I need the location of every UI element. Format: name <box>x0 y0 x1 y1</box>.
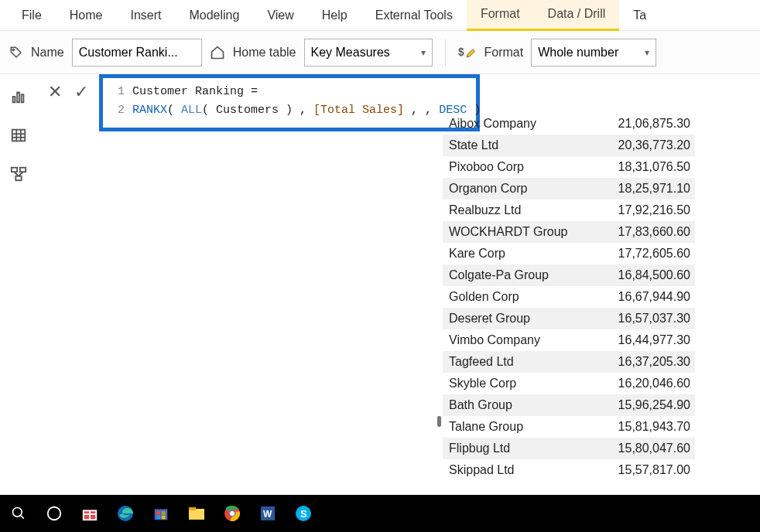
svg-rect-24 <box>157 511 161 515</box>
svg-rect-26 <box>157 516 161 520</box>
word-icon[interactable]: W <box>257 503 279 524</box>
dax-field: [Total Sales] <box>313 104 404 117</box>
table-row[interactable]: Flipbug Ltd15,80,047.60 <box>443 438 695 459</box>
customer-name: Flipbug Ltd <box>443 442 605 455</box>
table-row[interactable]: Kare Corp17,72,605.60 <box>443 243 695 264</box>
table-row[interactable]: Pixoboo Corp18,31,076.50 <box>443 156 695 178</box>
ribbon-tab-insert[interactable]: Insert <box>116 0 175 31</box>
skype-icon[interactable]: S <box>293 503 314 524</box>
ribbon-tab-format[interactable]: Format <box>467 0 534 31</box>
customer-name: Tagfeed Ltd <box>443 355 605 369</box>
table-row[interactable]: Tagfeed Ltd16,37,205.30 <box>443 351 695 373</box>
customer-name: State Ltd <box>443 138 605 152</box>
sales-value: 17,83,660.60 <box>605 225 695 239</box>
svg-line-16 <box>21 516 24 519</box>
sales-value: 16,57,037.30 <box>605 312 695 326</box>
model-view-icon[interactable] <box>10 165 27 182</box>
svg-text:$: $ <box>458 46 464 58</box>
gift-icon[interactable] <box>79 503 101 524</box>
customer-name: Aibox Company <box>443 117 605 131</box>
home-table-value: Key Measures <box>311 46 390 60</box>
table-row[interactable]: Vimbo Company16,44,977.30 <box>443 329 695 351</box>
svg-rect-29 <box>189 507 196 510</box>
ribbon-tab-help[interactable]: Help <box>308 0 361 31</box>
report-canvas: ✕ ✓ 1Customer Ranking = 2RANKX( ALL( Cus… <box>37 74 760 495</box>
line-number: 1 <box>112 83 125 101</box>
svg-rect-4 <box>22 94 24 102</box>
sales-value: 15,96,254.90 <box>605 398 695 412</box>
svg-rect-11 <box>20 168 26 172</box>
data-view-icon[interactable] <box>10 127 27 144</box>
customer-name: Organon Corp <box>443 182 605 196</box>
scrollbar-thumb[interactable] <box>437 416 441 427</box>
ribbon-tab-view[interactable]: View <box>253 0 307 31</box>
sales-value: 18,25,971.10 <box>605 182 695 196</box>
sales-value: 15,80,047.60 <box>605 442 695 455</box>
edge-icon[interactable] <box>115 503 136 524</box>
sales-value: 20,36,773.20 <box>605 138 695 152</box>
sales-value: 15,57,817.00 <box>605 463 695 477</box>
svg-point-17 <box>48 507 61 520</box>
formula-commit-icon[interactable]: ✓ <box>74 82 88 102</box>
ribbon-tab-data-drill[interactable]: Data / Drill <box>534 0 620 31</box>
table-row[interactable]: Colgate-Pa Group16,84,500.60 <box>443 264 695 286</box>
format-value: Whole number <box>538 46 618 60</box>
sales-value: 17,92,216.50 <box>605 203 695 217</box>
cortana-icon[interactable] <box>43 503 65 524</box>
chevron-down-icon: ▾ <box>421 47 426 58</box>
table-row[interactable]: Skippad Ltd15,57,817.00 <box>443 459 695 481</box>
svg-point-15 <box>13 508 22 517</box>
home-table-select[interactable]: Key Measures ▾ <box>304 39 433 66</box>
customer-name: Pixoboo Corp <box>443 160 605 174</box>
customer-name: Deseret Group <box>443 312 605 326</box>
sales-value: 21,06,875.30 <box>605 117 695 131</box>
sales-value: 15,81,943.70 <box>605 420 695 434</box>
args: ( Customers ) , <box>202 104 313 117</box>
customer-name: Vimbo Company <box>443 333 605 347</box>
sales-value: 16,44,977.30 <box>605 333 695 347</box>
store-icon[interactable] <box>150 503 172 524</box>
table-row[interactable]: WOCKHARDT Group17,83,660.60 <box>443 221 695 243</box>
svg-rect-12 <box>15 176 21 181</box>
ribbon-tab-modeling[interactable]: Modeling <box>175 0 253 31</box>
table-row[interactable]: Golden Corp16,67,944.90 <box>443 286 695 308</box>
table-row[interactable]: Skyble Corp16,20,046.60 <box>443 373 695 394</box>
table-row[interactable]: Organon Corp18,25,971.10 <box>443 178 695 200</box>
customer-name: Bath Group <box>443 398 605 412</box>
format-select[interactable]: Whole number ▾ <box>531 39 656 66</box>
ribbon-tab-file[interactable]: File <box>8 0 56 31</box>
svg-point-0 <box>12 49 14 50</box>
customer-name: Skippad Ltd <box>443 463 605 477</box>
svg-rect-3 <box>17 93 19 103</box>
formula-cancel-icon[interactable]: ✕ <box>48 82 62 102</box>
svg-rect-27 <box>162 516 166 520</box>
ribbon-tab-ta[interactable]: Ta <box>619 0 660 31</box>
format-label: Format <box>484 46 524 60</box>
explorer-icon[interactable] <box>186 503 207 524</box>
table-row[interactable]: Deseret Group16,57,037.30 <box>443 308 695 329</box>
separator <box>445 39 446 66</box>
home-table-label: Home table <box>233 46 296 60</box>
table-row[interactable]: Aibox Company21,06,875.30 <box>443 113 695 135</box>
table-row[interactable]: Talane Group15,81,943.70 <box>443 416 695 438</box>
svg-rect-25 <box>162 511 166 515</box>
svg-point-32 <box>230 511 235 516</box>
table-row[interactable]: Realbuzz Ltd17,92,216.50 <box>443 200 695 221</box>
customer-name: Skyble Corp <box>443 377 605 390</box>
ribbon-tab-external-tools[interactable]: External Tools <box>361 0 467 31</box>
sales-value: 16,84,500.60 <box>605 268 695 282</box>
svg-rect-28 <box>189 509 204 520</box>
table-row[interactable]: Bath Group15,96,254.90 <box>443 394 695 416</box>
dax-fn: RANKX <box>132 104 167 117</box>
customer-name: Kare Corp <box>443 247 605 261</box>
chevron-down-icon: ▾ <box>645 47 649 58</box>
svg-rect-5 <box>12 130 26 142</box>
search-icon[interactable] <box>8 503 29 524</box>
formula-editor[interactable]: 1Customer Ranking = 2RANKX( ALL( Custome… <box>99 74 480 131</box>
chrome-icon[interactable] <box>221 503 243 524</box>
measure-name-input[interactable] <box>72 39 202 66</box>
ribbon-tab-home[interactable]: Home <box>56 0 117 31</box>
report-view-icon[interactable] <box>10 88 27 105</box>
table-visual[interactable]: Aibox Company21,06,875.30State Ltd20,36,… <box>443 113 695 481</box>
table-row[interactable]: State Ltd20,36,773.20 <box>443 135 695 156</box>
